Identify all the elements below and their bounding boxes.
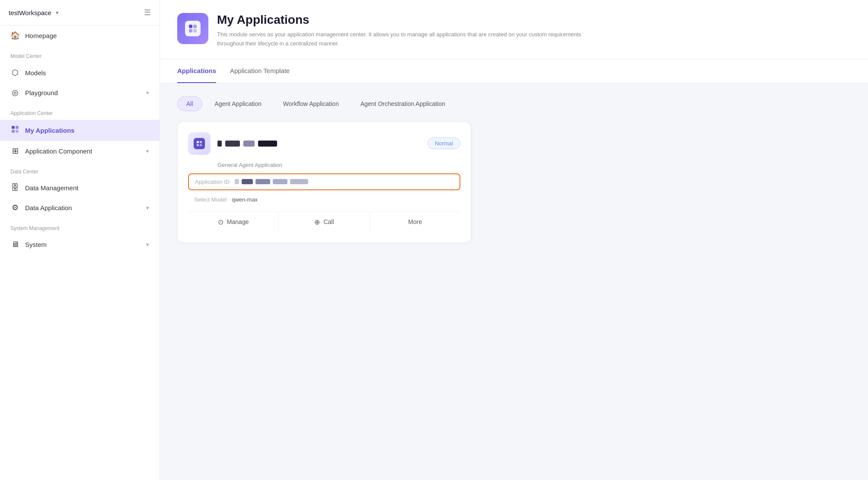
models-icon: ⬡ [10,68,20,77]
data-application-icon: ⚙ [10,203,20,212]
name-block-4 [258,141,277,147]
svg-rect-2 [12,130,15,133]
sidebar-label-homepage: Homepage [25,32,57,39]
workspace-menu-icon[interactable]: ☰ [144,8,151,17]
sidebar-label-application-component: Application Component [25,147,92,155]
data-management-icon: 🗄 [10,183,20,192]
id-block-5 [290,179,308,184]
playground-icon: ◎ [10,88,20,97]
app-id-blocks [235,179,308,184]
workspace-name[interactable]: testWorkspace ▾ [9,9,59,16]
page-header-icon [177,13,208,44]
svg-rect-6 [189,29,192,32]
sidebar-label-playground: Playground [25,89,58,96]
name-block-1 [217,141,222,147]
filter-tabs: All Agent Application Workflow Applicati… [177,96,851,111]
name-block-2 [225,141,240,147]
app-card-header: Normal [188,132,460,155]
section-label-data-center: Data Center [0,161,160,178]
app-model-row: Select Model qwen-max [188,195,460,205]
data-application-chevron-icon: ▾ [146,205,149,211]
app-card: Normal General Agent Application Applica… [177,122,471,243]
main-tabs: Applications Application Template [160,59,868,83]
app-icon [188,132,211,155]
app-model-value: qwen-max [232,196,258,203]
filter-tab-workflow[interactable]: Workflow Application [274,96,348,111]
svg-rect-3 [16,130,19,133]
sidebar-label-models: Models [25,69,46,77]
id-block-3 [255,179,270,184]
sidebar-item-data-management[interactable]: 🗄 Data Management [0,178,160,198]
svg-rect-10 [197,144,199,146]
id-block-1 [235,179,239,184]
sidebar-label-system: System [25,241,47,248]
page-header-text: My Applications This module serves as yo… [217,13,851,48]
filter-tab-all[interactable]: All [177,96,202,111]
manage-button[interactable]: ⊙ Manage [188,212,279,232]
sidebar-label-data-management: Data Management [25,184,78,192]
sidebar-item-data-application[interactable]: ⚙ Data Application ▾ [0,198,160,218]
app-id-label: Application ID [195,179,230,185]
sidebar: testWorkspace ▾ ☰ 🏠 Homepage Model Cente… [0,0,160,480]
tab-applications[interactable]: Applications [177,59,216,83]
sidebar-label-my-applications: My Applications [25,127,74,134]
system-chevron-icon: ▾ [146,241,149,248]
svg-rect-11 [200,144,202,146]
section-label-model-center: Model Center [0,45,160,63]
svg-rect-1 [16,126,19,129]
sidebar-label-data-application: Data Application [25,204,72,211]
name-block-3 [243,141,255,147]
workspace-chevron-icon: ▾ [56,10,59,16]
sidebar-item-playground[interactable]: ◎ Playground ▾ [0,83,160,102]
id-block-2 [242,179,253,184]
page-header: My Applications This module serves as yo… [160,0,868,59]
svg-rect-4 [189,25,192,28]
app-subtitle: General Agent Application [188,162,460,168]
app-icon-inner [194,138,205,149]
sidebar-item-models[interactable]: ⬡ Models [0,63,160,83]
playground-chevron-icon: ▾ [146,90,149,96]
sidebar-item-my-applications[interactable]: My Applications [0,120,160,141]
manage-icon: ⊙ [218,218,223,226]
application-component-icon: ⊞ [10,146,20,156]
app-name-row: Normal [217,138,460,149]
more-label: More [408,218,422,225]
filter-tab-agent[interactable]: Agent Application [206,96,271,111]
app-id-row: Application ID [188,173,460,190]
sidebar-item-application-component[interactable]: ⊞ Application Component ▾ [0,141,160,161]
call-label: Call [323,218,334,225]
workspace-selector[interactable]: testWorkspace ▾ ☰ [0,0,160,26]
svg-rect-9 [200,141,202,143]
page-header-icon-inner [185,21,201,36]
app-name-blocks [217,141,277,147]
content-area: All Agent Application Workflow Applicati… [160,83,868,256]
section-label-application-center: Application Center [0,102,160,120]
sidebar-item-homepage[interactable]: 🏠 Homepage [0,26,160,45]
tab-application-template[interactable]: Application Template [230,59,290,83]
status-badge: Normal [428,138,460,149]
more-button[interactable]: More [370,212,460,232]
sidebar-item-system[interactable]: 🖥 System ▾ [0,235,160,254]
svg-rect-5 [193,25,197,28]
app-model-label: Select Model [194,196,227,203]
application-component-chevron-icon: ▾ [146,148,149,154]
main-content: My Applications This module serves as yo… [160,0,868,480]
app-card-actions: ⊙ Manage ⊕ Call More [188,211,460,232]
svg-rect-7 [193,29,197,32]
svg-rect-0 [12,126,15,129]
filter-tab-orchestration[interactable]: Agent Orchestration Application [351,96,454,111]
call-button[interactable]: ⊕ Call [279,212,370,232]
manage-label: Manage [227,218,249,225]
workspace-label: testWorkspace [9,9,51,16]
section-label-system-management: System Management [0,218,160,235]
page-description: This module serves as your application m… [217,30,606,48]
system-icon: 🖥 [10,240,20,249]
call-icon: ⊕ [314,218,320,226]
home-icon: 🏠 [10,31,20,40]
svg-rect-8 [197,141,199,143]
id-block-4 [273,179,287,184]
page-title: My Applications [217,13,851,27]
my-applications-icon [10,125,20,136]
